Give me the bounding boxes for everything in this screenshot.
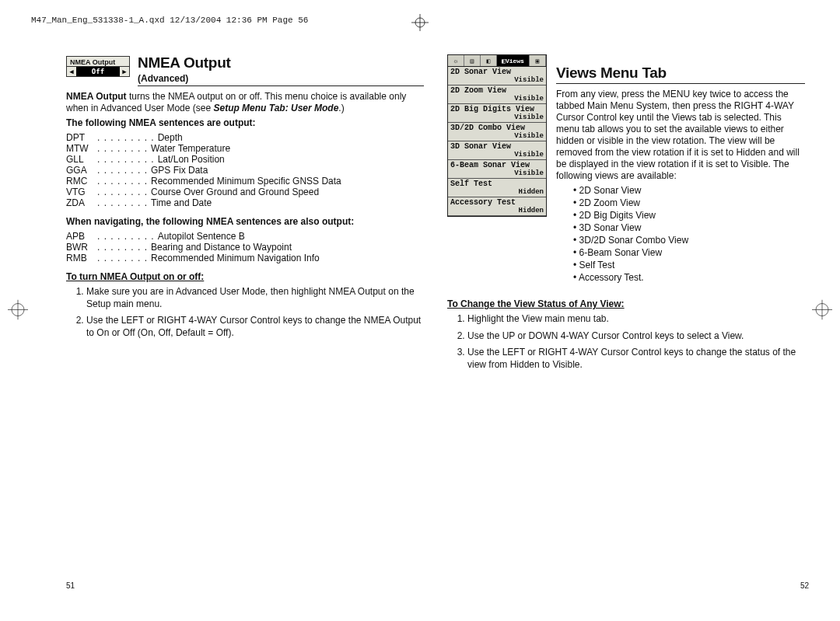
nmea-code: ZDA bbox=[66, 197, 97, 208]
views-thumb-item: 6-Beam Sonar ViewVisible bbox=[448, 160, 546, 179]
nmea-row: ZDA. . . . . . . .Time and Date bbox=[66, 197, 424, 208]
tab-views: ◧ Views bbox=[497, 55, 530, 66]
intro-ref: Setup Menu Tab: User Mode bbox=[213, 103, 338, 113]
tab-icon: ▤ bbox=[464, 55, 481, 66]
thumb-tab-bar: ☼ ▤ ◧ ◧ Views ▣ bbox=[448, 55, 546, 67]
view-status: Visible bbox=[450, 76, 544, 84]
view-bullet: 2D Big Digits View bbox=[573, 210, 805, 221]
view-status: Hidden bbox=[450, 207, 544, 215]
view-status: Visible bbox=[450, 95, 544, 103]
tab-icon: ▣ bbox=[530, 55, 546, 66]
page-52: ☼ ▤ ◧ ◧ Views ▣ 2D Sonar ViewVisible2D Z… bbox=[447, 54, 805, 375]
views-thumb-item: 3D Sonar ViewVisible bbox=[448, 141, 546, 160]
nmea-code: MTW bbox=[66, 143, 97, 154]
page-number-right: 52 bbox=[800, 581, 809, 590]
nmea-code: DPT bbox=[66, 132, 97, 143]
view-name: Self Test bbox=[450, 180, 544, 188]
nmea-row: GLL. . . . . . . . .Lat/Lon Position bbox=[66, 154, 424, 165]
right-triangle-icon: ▶ bbox=[120, 67, 129, 76]
nmea-row: RMB. . . . . . . .Recommended Minimum Na… bbox=[66, 253, 424, 263]
view-name: 3D Sonar View bbox=[450, 142, 544, 151]
views-thumb-item: 3D/2D Combo ViewVisible bbox=[448, 123, 546, 141]
views-thumb-item: 2D Sonar ViewVisible bbox=[448, 67, 546, 85]
view-bullet: 2D Zoom View bbox=[573, 197, 805, 208]
view-name: 2D Big Digits View bbox=[450, 105, 544, 113]
nmea-desc: Recommended Minimum Navigation Info bbox=[151, 253, 424, 263]
nmea-steps: Make sure you are in Advanced User Mode,… bbox=[77, 286, 424, 339]
available-views-list: 2D Sonar View2D Zoom View2D Big Digits V… bbox=[564, 185, 805, 283]
view-bullet: 3D Sonar View bbox=[573, 222, 805, 233]
view-status: Visible bbox=[450, 169, 544, 177]
crop-mark-right-icon bbox=[812, 299, 832, 322]
step: Highlight the View main menu tab. bbox=[467, 313, 805, 326]
step: Make sure you are in Advanced User Mode,… bbox=[86, 286, 424, 310]
sentences-heading: The following NMEA sentences are output: bbox=[66, 117, 424, 129]
section-title: NMEA Output bbox=[138, 54, 424, 72]
step: Use the UP or DOWN 4-WAY Cursor Control … bbox=[467, 330, 805, 343]
nmea-code: GLL bbox=[66, 154, 97, 165]
nmea-desc: GPS Fix Data bbox=[151, 165, 424, 176]
nmea-code: RMB bbox=[66, 253, 97, 263]
thumb-value: Off bbox=[76, 67, 120, 76]
nmea-desc: Autopilot Sentence B bbox=[158, 231, 424, 242]
nmea-code: BWR bbox=[66, 242, 97, 253]
nmea-desc: Recommended Minimum Specific GNSS Data bbox=[151, 176, 424, 187]
views-thumb-item: Self TestHidden bbox=[448, 179, 546, 197]
views-thumb-item: Accessory TestHidden bbox=[448, 197, 546, 216]
nmea-row: RMC. . . . . . . .Recommended Minimum Sp… bbox=[66, 176, 424, 187]
step: Use the LEFT or RIGHT 4-WAY Cursor Contr… bbox=[467, 347, 805, 371]
change-view-steps: Highlight the View main menu tab.Use the… bbox=[458, 313, 805, 371]
nmea-code: GGA bbox=[66, 165, 97, 176]
page-51: NMEA Output ◀ Off ▶ NMEA Output (Advance… bbox=[66, 54, 424, 344]
view-status: Visible bbox=[450, 151, 544, 159]
print-header: M47_Man_Eng_531338-1_A.qxd 12/13/2004 12… bbox=[31, 16, 809, 25]
title-rule bbox=[556, 83, 805, 84]
nmea-code: RMC bbox=[66, 176, 97, 187]
nmea-row: APB. . . . . . . . .Autopilot Sentence B bbox=[66, 231, 424, 242]
views-thumb-item: 2D Zoom ViewVisible bbox=[448, 85, 546, 104]
thumb-title: NMEA Output bbox=[67, 57, 129, 66]
tab-icon: ☼ bbox=[448, 55, 464, 66]
change-view-heading: To Change the View Status of Any View: bbox=[447, 298, 805, 310]
step: Use the LEFT or RIGHT 4-WAY Cursor Contr… bbox=[86, 315, 424, 339]
view-name: 6-Beam Sonar View bbox=[450, 161, 544, 169]
nmea-desc: Bearing and Distance to Waypoint bbox=[151, 242, 424, 253]
nmea-desc: Water Temperature bbox=[151, 143, 424, 154]
view-name: 2D Sonar View bbox=[450, 68, 544, 76]
intro-paragraph: NMEA Output turns the NMEA output on or … bbox=[66, 91, 424, 114]
view-name: 2D Zoom View bbox=[450, 86, 544, 95]
title-rule bbox=[138, 85, 424, 86]
nmea-nav-sentences-list: APB. . . . . . . . .Autopilot Sentence B… bbox=[66, 231, 424, 263]
page-number-left: 51 bbox=[66, 581, 75, 590]
nmea-row: GGA. . . . . . . .GPS Fix Data bbox=[66, 165, 424, 176]
nmea-desc: Lat/Lon Position bbox=[158, 154, 424, 165]
view-status: Visible bbox=[450, 132, 544, 140]
view-bullet: 6-Beam Sonar View bbox=[573, 247, 805, 258]
view-bullet: Self Test bbox=[573, 260, 805, 270]
section-subtitle: (Advanced) bbox=[138, 73, 424, 84]
nmea-desc: Course Over Ground and Ground Speed bbox=[151, 187, 424, 197]
nmea-row: VTG. . . . . . . .Course Over Ground and… bbox=[66, 187, 424, 197]
nmea-code: VTG bbox=[66, 187, 97, 197]
section-title: Views Menu Tab bbox=[556, 65, 805, 82]
left-triangle-icon: ◀ bbox=[67, 67, 76, 76]
nmea-desc: Time and Date bbox=[151, 197, 424, 208]
view-bullet: 2D Sonar View bbox=[573, 185, 805, 196]
nmea-desc: Depth bbox=[158, 132, 424, 143]
file-path: M47_Man_Eng_531338-1_A.qxd 12/13/2004 12… bbox=[31, 16, 308, 25]
view-bullet: Accessory Test. bbox=[573, 272, 805, 283]
intro-bold: NMEA Output bbox=[66, 91, 127, 102]
nmea-row: DPT. . . . . . . . .Depth bbox=[66, 132, 424, 143]
views-intro: From any view, press the MENU key twice … bbox=[556, 89, 805, 182]
toggle-heading: To turn NMEA Output on or off: bbox=[66, 271, 424, 283]
nmea-output-menu-thumbnail: NMEA Output ◀ Off ▶ bbox=[66, 56, 130, 77]
nmea-code: APB bbox=[66, 231, 97, 242]
views-thumb-item: 2D Big Digits ViewVisible bbox=[448, 104, 546, 123]
registration-mark-icon bbox=[411, 14, 429, 31]
view-name: Accessory Test bbox=[450, 198, 544, 207]
view-bullet: 3D/2D Sonar Combo View bbox=[573, 235, 805, 246]
tab-icon: ◧ bbox=[481, 55, 497, 66]
views-menu-thumbnail: ☼ ▤ ◧ ◧ Views ▣ 2D Sonar ViewVisible2D Z… bbox=[447, 54, 547, 217]
nmea-sentences-list: DPT. . . . . . . . .DepthMTW. . . . . . … bbox=[66, 132, 424, 208]
crop-mark-left-icon bbox=[8, 299, 28, 322]
